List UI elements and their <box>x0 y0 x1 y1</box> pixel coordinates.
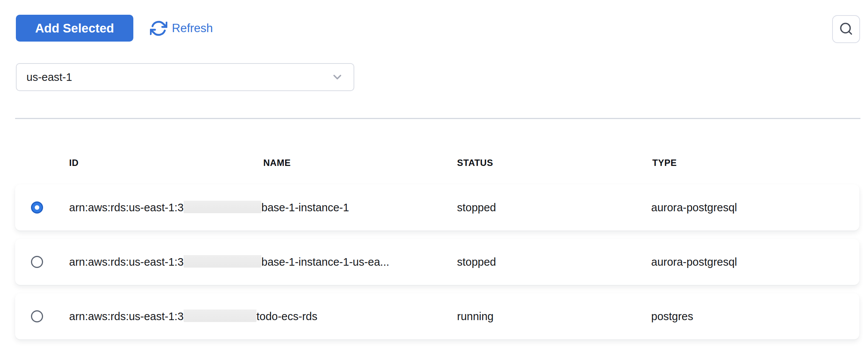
column-header-status: STATUS <box>457 158 493 168</box>
redacted-account-id <box>184 310 256 322</box>
refresh-button[interactable]: Refresh <box>150 15 213 42</box>
table-row[interactable]: arn:aws:rds:us-east-1:3 base-1-instance-… <box>15 239 859 285</box>
refresh-icon <box>150 20 167 37</box>
radio-button[interactable] <box>31 256 43 268</box>
search-button[interactable] <box>832 15 860 43</box>
id-prefix: arn:aws:rds:us-east-1:3 <box>69 256 184 268</box>
type-cell: postgres <box>651 310 693 323</box>
rds-instance-picker: Add Selected Refresh us-east-1 <box>0 0 868 353</box>
chevron-down-icon <box>331 71 344 84</box>
status-cell: stopped <box>457 201 496 214</box>
status-cell: stopped <box>457 256 496 268</box>
id-prefix: arn:aws:rds:us-east-1:3 <box>69 201 184 214</box>
column-header-type: TYPE <box>652 158 677 168</box>
id-cell: arn:aws:rds:us-east-1:3 base-1-instance-… <box>69 255 389 269</box>
search-icon <box>839 21 854 37</box>
id-suffix: base-1-instance-1-us-ea... <box>261 256 389 268</box>
add-selected-button[interactable]: Add Selected <box>16 15 133 42</box>
column-header-id: ID <box>69 158 79 168</box>
radio-button[interactable] <box>31 201 43 214</box>
region-select-value: us-east-1 <box>26 71 331 84</box>
redacted-account-id <box>184 255 261 268</box>
id-suffix: todo-ecs-rds <box>256 310 317 323</box>
table-row[interactable]: arn:aws:rds:us-east-1:3 todo-ecs-rds run… <box>15 293 859 339</box>
redacted-account-id <box>184 201 261 213</box>
id-suffix: base-1-instance-1 <box>261 201 349 214</box>
refresh-label: Refresh <box>172 22 213 35</box>
type-cell: aurora-postgresql <box>651 256 737 268</box>
status-cell: running <box>457 310 494 323</box>
region-select[interactable]: us-east-1 <box>16 63 354 91</box>
table-row[interactable]: arn:aws:rds:us-east-1:3 base-1-instance-… <box>15 184 859 231</box>
section-divider <box>15 118 860 119</box>
id-cell: arn:aws:rds:us-east-1:3 todo-ecs-rds <box>69 310 317 323</box>
type-cell: aurora-postgresql <box>651 201 737 214</box>
id-cell: arn:aws:rds:us-east-1:3 base-1-instance-… <box>69 201 349 214</box>
column-header-name: NAME <box>263 158 291 168</box>
radio-button[interactable] <box>31 310 43 322</box>
id-prefix: arn:aws:rds:us-east-1:3 <box>69 310 184 323</box>
